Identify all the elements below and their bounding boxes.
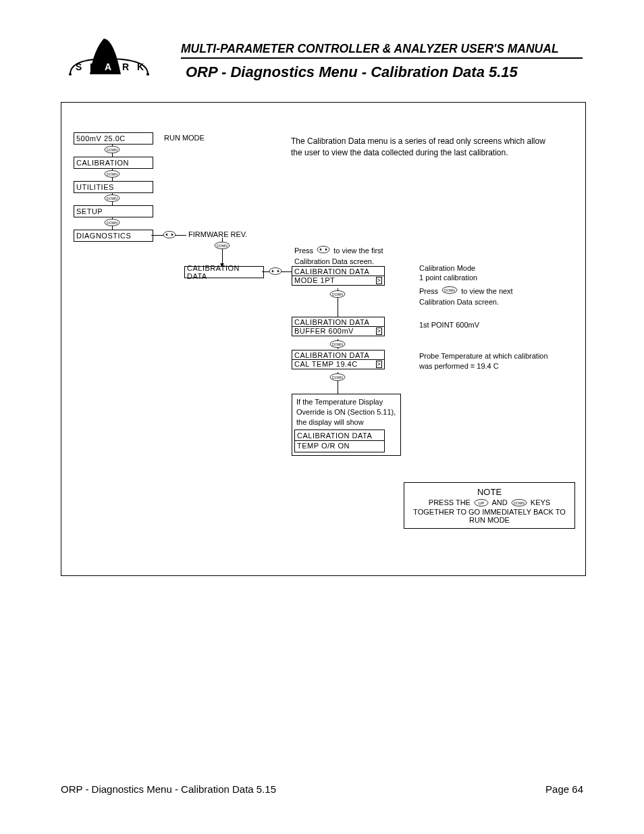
- svg-text:DOWN: DOWN: [514, 500, 525, 504]
- shark-logo: S H A R K: [67, 37, 155, 81]
- svg-text:DOWN: DOWN: [217, 244, 227, 248]
- svg-point-23: [317, 246, 329, 253]
- label-run-mode: RUN MODE: [164, 134, 205, 142]
- menu-calibration-data: CALIBRATION DATA: [184, 266, 264, 278]
- menu-setup: SETUP: [74, 205, 153, 217]
- svg-text:A: A: [105, 61, 111, 72]
- svg-text:K: K: [137, 61, 144, 72]
- svg-text:UP: UP: [479, 501, 484, 505]
- svg-point-20: [269, 268, 281, 275]
- menu-utilities: UTILITIES: [74, 181, 153, 193]
- note-body: PRESS THE UP AND DOWN KEYS TOGETHER TO G…: [410, 498, 569, 524]
- svg-text:S: S: [76, 61, 82, 72]
- label-firmware-rev: FIRMWARE REV.: [188, 230, 247, 238]
- down-button-icon: DOWN: [104, 146, 120, 153]
- svg-text:DOWN: DOWN: [107, 197, 117, 201]
- down-button-icon: DOWN: [329, 340, 346, 348]
- screen-override: CALIBRATION DATA TEMP O/R ON: [294, 429, 385, 453]
- screen-mode: CALIBRATION DATA MODE 1PT>: [292, 266, 385, 286]
- menu-calibration: CALIBRATION: [74, 157, 153, 169]
- svg-text:DOWN: DOWN: [107, 148, 117, 152]
- left-right-button-icon: [269, 267, 282, 275]
- down-button-icon: DOWN: [511, 499, 527, 508]
- down-button-icon: DOWN: [214, 242, 230, 249]
- caltemp-desc: Probe Temperature at which calibration w…: [419, 351, 554, 372]
- svg-text:DOWN: DOWN: [107, 221, 117, 225]
- footer-right: Page 64: [545, 783, 583, 795]
- svg-text:DOWN: DOWN: [332, 292, 343, 296]
- mode-desc-b: 1 point calibration: [419, 273, 477, 283]
- override-note-box: If the Temperature Display Override is O…: [292, 394, 401, 456]
- buffer-desc: 1st POINT 600mV: [419, 320, 479, 330]
- up-button-icon: UP: [474, 499, 489, 508]
- header-rule: [181, 57, 583, 59]
- override-text: If the Temperature Display Override is O…: [296, 397, 396, 427]
- down-button-icon: DOWN: [329, 290, 346, 298]
- down-button-icon: DOWN: [104, 170, 120, 178]
- page-title: ORP - Diagnostics Menu - Calibration Dat…: [186, 63, 518, 81]
- svg-text:H: H: [90, 61, 97, 72]
- down-button-icon: DOWN: [104, 194, 120, 202]
- footer-left: ORP - Diagnostics Menu - Calibration Dat…: [61, 783, 276, 795]
- chevron-right-icon: >: [376, 277, 382, 284]
- down-button-icon: DOWN: [441, 286, 458, 296]
- manual-title: MULTI-PARAMETER CONTROLLER & ANALYZER US…: [181, 42, 559, 56]
- intro-text: The Calibration Data menu is a series of…: [291, 136, 547, 159]
- svg-text:R: R: [122, 61, 129, 72]
- chevron-right-icon: >: [376, 361, 382, 368]
- svg-text:DOWN: DOWN: [444, 288, 455, 292]
- down-button-icon: DOWN: [104, 219, 120, 226]
- screen-buffer: CALIBRATION DATA BUFFER 600mV>: [292, 317, 385, 336]
- svg-text:DOWN: DOWN: [332, 342, 343, 346]
- menu-diagnostics: DIAGNOSTICS: [74, 230, 153, 242]
- svg-point-15: [163, 232, 176, 238]
- left-right-button-icon: [317, 246, 330, 256]
- press-down-text: Press DOWN to view the next Calibration …: [419, 286, 527, 307]
- chevron-right-icon: >: [376, 328, 382, 335]
- down-button-icon: DOWN: [329, 373, 346, 381]
- main-diagram-box: The Calibration Data menu is a series of…: [61, 102, 586, 576]
- svg-text:DOWN: DOWN: [107, 172, 117, 176]
- screen-run-mode: 500mV 25.0C: [74, 132, 153, 145]
- note-box: NOTE PRESS THE UP AND DOWN KEYS TOGETHER…: [404, 482, 575, 529]
- note-title: NOTE: [410, 487, 569, 497]
- page: S H A R K MULTI-PARAMETER CONTROLLER & A…: [0, 0, 644, 834]
- svg-point-1: [146, 73, 149, 76]
- svg-point-0: [69, 73, 72, 76]
- svg-text:DOWN: DOWN: [332, 375, 343, 380]
- press-lr-text: Press to view the first Calibration Data…: [294, 246, 416, 267]
- left-right-button-icon: [163, 231, 176, 238]
- screen-caltemp: CALIBRATION DATA CAL TEMP 19.4C>: [292, 350, 385, 369]
